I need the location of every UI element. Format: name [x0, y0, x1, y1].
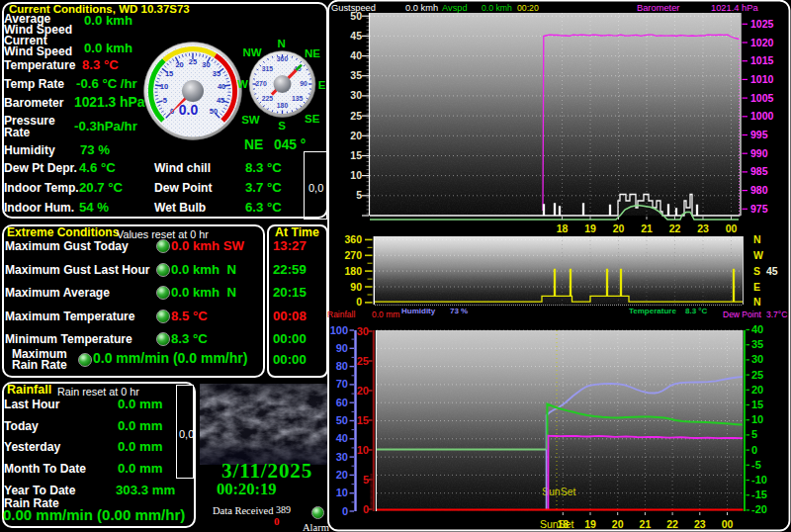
svg-text:45: 45 [350, 30, 362, 42]
svg-text:Humidity: Humidity [401, 307, 436, 315]
svg-text:1025: 1025 [750, 18, 774, 30]
svg-text:20: 20 [336, 469, 348, 481]
svg-text:Barometer: Barometer [637, 3, 679, 13]
svg-text:0.0 kmh: 0.0 kmh [482, 3, 512, 13]
svg-text:SunSet: SunSet [540, 518, 574, 530]
svg-text:19: 19 [584, 518, 596, 530]
svg-text:30: 30 [751, 353, 763, 365]
svg-text:20: 20 [612, 518, 624, 530]
svg-text:E: E [753, 281, 760, 293]
svg-text:80: 80 [336, 360, 348, 372]
svg-text:00:20: 00:20 [517, 3, 539, 13]
svg-text:73 %: 73 % [450, 307, 468, 315]
svg-text:985: 985 [750, 165, 768, 177]
svg-text:22: 22 [666, 518, 678, 530]
svg-text:W: W [753, 249, 763, 261]
svg-text:Temperature: Temperature [629, 307, 676, 315]
svg-text:5: 5 [751, 428, 757, 440]
svg-text:18: 18 [557, 222, 569, 234]
svg-text:20: 20 [751, 384, 763, 396]
svg-text:180: 180 [344, 265, 362, 277]
svg-text:Avspd: Avspd [442, 3, 468, 13]
svg-text:50: 50 [350, 10, 362, 22]
svg-text:-15: -15 [751, 488, 767, 500]
svg-text:0: 0 [363, 503, 369, 515]
svg-text:Gustspeed: Gustspeed [331, 3, 376, 13]
svg-text:8.3 °C: 8.3 °C [685, 307, 708, 315]
svg-text:1000: 1000 [750, 110, 774, 122]
svg-text:00: 00 [726, 222, 738, 234]
svg-text:980: 980 [750, 184, 768, 196]
svg-text:19: 19 [584, 222, 596, 234]
svg-text:35: 35 [751, 338, 763, 350]
svg-text:Rainfall: Rainfall [327, 310, 355, 319]
svg-text:-5: -5 [751, 459, 761, 471]
svg-text:15: 15 [357, 414, 369, 426]
svg-text:60: 60 [336, 397, 348, 408]
svg-text:25: 25 [350, 110, 362, 122]
svg-text:23: 23 [694, 518, 706, 530]
svg-text:1020: 1020 [750, 37, 774, 48]
svg-text:15: 15 [751, 399, 763, 410]
svg-text:25: 25 [751, 369, 763, 381]
svg-text:0.0 mm: 0.0 mm [372, 310, 399, 319]
svg-text:70: 70 [336, 378, 348, 390]
svg-text:22: 22 [669, 222, 681, 234]
svg-text:23: 23 [697, 222, 709, 234]
svg-text:10: 10 [357, 444, 369, 456]
svg-text:18: 18 [557, 518, 569, 530]
svg-text:10: 10 [751, 413, 763, 425]
svg-text:0: 0 [356, 296, 362, 308]
svg-text:3.7°C: 3.7°C [766, 310, 787, 319]
svg-text:90: 90 [350, 281, 362, 293]
svg-text:990: 990 [750, 147, 768, 159]
svg-text:0: 0 [342, 505, 348, 517]
svg-text:20: 20 [613, 222, 625, 234]
svg-text:25: 25 [357, 355, 369, 367]
svg-text:20: 20 [350, 130, 362, 141]
svg-text:100: 100 [330, 324, 348, 336]
svg-text:40: 40 [336, 432, 348, 444]
svg-text:10: 10 [350, 169, 362, 181]
svg-text:995: 995 [750, 129, 768, 140]
svg-text:975: 975 [750, 203, 768, 215]
svg-text:45: 45 [766, 265, 778, 277]
svg-text:-20: -20 [751, 503, 767, 515]
svg-text:1015: 1015 [750, 54, 774, 66]
svg-text:90: 90 [336, 342, 348, 354]
svg-text:0.0 kmh: 0.0 kmh [405, 3, 438, 13]
svg-text:360: 360 [344, 233, 362, 245]
svg-text:N: N [753, 296, 761, 308]
svg-text:Dew Point: Dew Point [723, 310, 761, 319]
svg-text:1010: 1010 [750, 73, 774, 85]
svg-text:SunSet: SunSet [542, 486, 576, 497]
svg-text:00: 00 [722, 518, 734, 530]
svg-text:30: 30 [336, 451, 348, 463]
svg-text:-10: -10 [751, 474, 767, 486]
svg-text:40: 40 [350, 49, 362, 61]
svg-text:1005: 1005 [750, 92, 774, 104]
svg-text:1021.4 hPa: 1021.4 hPa [711, 3, 758, 13]
svg-text:40: 40 [751, 323, 763, 335]
svg-text:5: 5 [356, 189, 362, 201]
svg-text:15: 15 [350, 149, 362, 161]
svg-text:20: 20 [357, 385, 369, 397]
svg-text:5: 5 [363, 474, 369, 486]
svg-text:0: 0 [751, 444, 757, 456]
svg-text:30: 30 [350, 89, 362, 101]
svg-text:30: 30 [357, 325, 369, 337]
svg-text:N: N [753, 233, 761, 245]
svg-text:50: 50 [336, 414, 348, 426]
svg-text:21: 21 [641, 222, 653, 234]
svg-text:S: S [753, 265, 760, 277]
svg-text:10: 10 [336, 487, 348, 498]
svg-text:21: 21 [640, 518, 652, 530]
svg-text:270: 270 [344, 249, 362, 261]
svg-text:35: 35 [350, 69, 362, 81]
